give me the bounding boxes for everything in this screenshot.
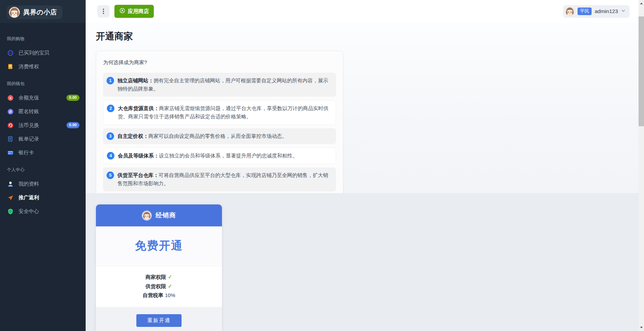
dealer-avatar-icon — [142, 211, 152, 221]
scrollbar-up-arrow[interactable] — [639, 1, 644, 6]
check-icon: ✓ — [168, 283, 172, 289]
sidebar-item-label: 推广返利 — [18, 194, 39, 201]
security-icon — [7, 208, 14, 215]
check-icon: ✓ — [168, 274, 172, 280]
reopen-button[interactable]: 重新开通 — [136, 314, 182, 327]
benefit-number-badge: 2 — [107, 105, 114, 112]
app-store-icon — [119, 8, 125, 15]
features-list: 商家权限✓供货权限✓自营税率10% — [96, 266, 222, 307]
sidebar-item-label: 余额充值 — [18, 95, 39, 101]
amount-badge: 0.00 — [66, 95, 79, 101]
page-title: 开通商家 — [96, 30, 639, 43]
benefits-question: 为何选择成为商家? — [103, 59, 336, 66]
sidebar-item-label: 消费维权 — [18, 63, 39, 70]
user-role-badge: 平民 — [578, 8, 592, 15]
sidebar-item-bank-card[interactable]: 银行卡 — [0, 146, 86, 159]
sidebar-section-label: 我的钱包 — [0, 73, 86, 91]
benefit-item-4: 4会员及等级体系：设立独立的会员和等级体系，显著提升用户的忠诚度和粘性。 — [103, 147, 336, 164]
sidebar-item-bill-records[interactable]: 账单记录 — [0, 132, 86, 146]
svg-text:G: G — [11, 98, 12, 100]
feature-label: 商家权限 — [146, 274, 166, 280]
price-text: 免费开通 — [135, 239, 183, 252]
benefit-item-3: 3自主定价权：商家可以自由设定商品的零售价格，从而全面掌控市场动态。 — [103, 128, 336, 144]
dealer-pricing-card: 经销商 免费开通 商家权限✓供货权限✓自营税率10% 重新开通 — [96, 204, 222, 331]
benefit-title: 独立店铺网站： — [117, 78, 153, 83]
bank-card-icon — [7, 149, 14, 156]
merchant-benefits-card: 为何选择成为商家? 1独立店铺网站：拥有完全自主管理的店铺网站，用户可根据需要自… — [96, 51, 343, 199]
benefit-number-badge: 5 — [107, 172, 114, 179]
plan-feature: 供货权限✓ — [96, 283, 222, 290]
promotion-icon — [7, 194, 14, 201]
sidebar-item-recharge[interactable]: ¥G余额充值0.00 — [0, 91, 86, 105]
benefit-number-badge: 3 — [107, 132, 114, 140]
page-scrollbar[interactable] — [639, 0, 644, 331]
price-block: 免费开通 — [96, 226, 222, 266]
benefit-title: 供货至平台仓库： — [117, 172, 159, 178]
app-store-label: 应用商店 — [128, 8, 149, 15]
pricing-section: 经销商 免费开通 商家权限✓供货权限✓自营税率10% 重新开通 — [86, 193, 639, 331]
plan-name: 经销商 — [156, 211, 176, 220]
kebab-icon — [101, 8, 106, 14]
sidebar-item-label: 安全中心 — [18, 208, 39, 215]
plan-feature: 自营税率10% — [96, 292, 222, 299]
sidebar-item-anonymous-transfer[interactable]: 匿名转账 — [0, 105, 86, 118]
sidebar-item-label: 已买到的宝贝 — [18, 50, 49, 56]
scrollbar-down-arrow[interactable] — [639, 325, 644, 330]
sidebar-header: 異界の小店 — [0, 0, 86, 23]
sidebar-item-security-center[interactable]: 安全中心 — [0, 204, 86, 218]
purchases-icon — [7, 49, 14, 56]
app-root: 異界の小店 我的购物已买到的宝贝消费维权我的钱包¥G余额充值0.00匿名转账法币… — [0, 0, 644, 331]
sidebar-item-purchases[interactable]: 已买到的宝贝 — [0, 46, 86, 60]
username: admin123 — [595, 8, 618, 14]
sidebar-section-label: 我的购物 — [0, 28, 86, 46]
sidebar: 異界の小店 我的购物已买到的宝贝消费维权我的钱包¥G余额充值0.00匿名转账法币… — [0, 0, 86, 331]
topbar: 应用商店 平民 admin123 — [86, 0, 639, 23]
plan-feature: 商家权限✓ — [96, 274, 222, 281]
benefit-item-1: 1独立店铺网站：拥有完全自主管理的店铺网站，用户可根据需要自定义网站的所有内容，… — [103, 73, 336, 97]
user-avatar — [565, 7, 574, 16]
consumer-rights-icon — [7, 63, 14, 70]
sidebar-item-label: 银行卡 — [18, 150, 34, 156]
sidebar-item-label: 法币兑换 — [18, 122, 39, 129]
sidebar-nav: 我的购物已买到的宝贝消费维权我的钱包¥G余额充值0.00匿名转账法币兑换0.00… — [0, 23, 86, 218]
app-logo[interactable]: 異界の小店 — [7, 5, 62, 19]
feature-value: 10% — [165, 292, 175, 298]
benefit-description: 商家可以自由设定商品的零售价格，从而全面掌控市场动态。 — [148, 133, 287, 139]
sidebar-item-promotion-rebate[interactable]: 推广返利 — [0, 191, 86, 204]
app-store-button[interactable]: 应用商店 — [114, 5, 154, 18]
benefit-item-2: 2大仓库货源直供：商家店铺无需烦恼货源问题，通过平台大仓库，享受数以万计的商品实… — [103, 100, 336, 125]
scrollbar-thumb[interactable] — [639, 16, 644, 126]
benefit-item-5: 5供货至平台仓库：可将自营商品供应至平台的大型仓库，实现跨店铺乃至全网的销售，扩… — [103, 167, 336, 191]
user-menu[interactable]: 平民 admin123 — [563, 5, 630, 18]
merchant-section: 开通商家 为何选择成为商家? 1独立店铺网站：拥有完全自主管理的店铺网站，用户可… — [86, 23, 639, 193]
recharge-icon: ¥G — [7, 94, 14, 101]
sidebar-item-fiat-exchange[interactable]: 法币兑换0.00 — [0, 118, 86, 132]
sidebar-item-label: 匿名转账 — [18, 108, 39, 115]
benefit-number-badge: 1 — [107, 77, 114, 84]
pricing-card-footer: 重新开通 — [96, 307, 222, 331]
benefit-title: 自主定价权： — [117, 133, 148, 139]
benefit-number-badge: 4 — [107, 152, 114, 159]
benefit-title: 会员及等级体系： — [118, 153, 159, 158]
transfer-icon — [7, 108, 14, 115]
exchange-icon — [7, 122, 14, 129]
profile-icon — [7, 180, 14, 187]
chevron-down-icon — [621, 8, 626, 14]
sidebar-item-consumer-rights[interactable]: 消费维权 — [0, 60, 86, 73]
app-logo-avatar-icon — [9, 7, 20, 18]
sidebar-item-profile[interactable]: 我的资料 — [0, 177, 86, 191]
bills-icon — [7, 135, 14, 142]
feature-label: 自营税率 — [143, 292, 163, 298]
sidebar-item-label: 账单记录 — [18, 136, 39, 142]
sidebar-item-label: 我的资料 — [18, 181, 39, 187]
sidebar-section-label: 个人中心 — [0, 159, 86, 177]
amount-badge: 0.00 — [66, 122, 79, 128]
feature-label: 供货权限 — [146, 283, 166, 289]
benefits-list: 1独立店铺网站：拥有完全自主管理的店铺网站，用户可根据需要自定义网站的所有内容，… — [103, 73, 336, 191]
menu-kebab-button[interactable] — [97, 5, 110, 17]
app-title: 異界の小店 — [23, 8, 57, 17]
main-content: 开通商家 为何选择成为商家? 1独立店铺网站：拥有完全自主管理的店铺网站，用户可… — [86, 23, 639, 331]
pricing-card-header: 经销商 — [96, 204, 222, 226]
benefit-description: 设立独立的会员和等级体系，显著提升用户的忠诚度和粘性。 — [159, 153, 298, 158]
benefit-title: 大仓库货源直供： — [118, 105, 159, 111]
